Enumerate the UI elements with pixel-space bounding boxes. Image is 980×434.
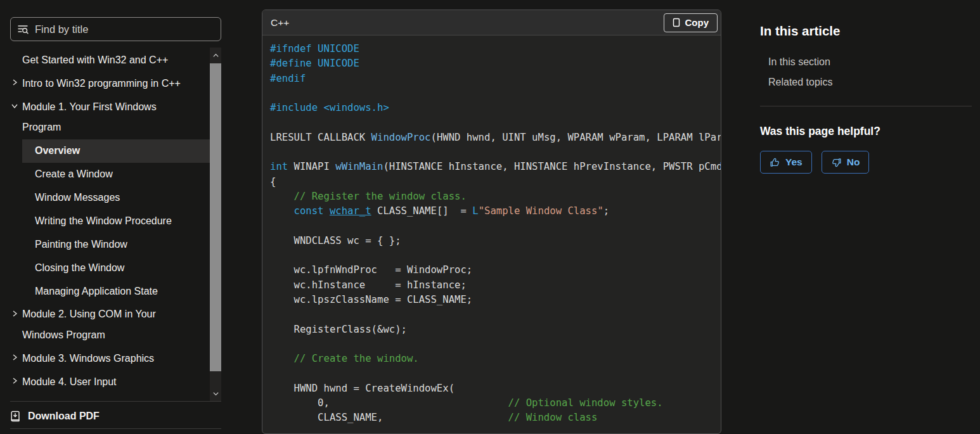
code-line xyxy=(270,86,721,101)
sidebar-item-label: Closing the Window xyxy=(35,262,124,273)
feedback-yes-button[interactable]: Yes xyxy=(760,151,812,174)
code-line: CLASS_NAME, // Window class xyxy=(270,411,721,425)
toc-search-input[interactable] xyxy=(35,23,214,35)
sidebar-item-label: Module 1. Your First Windows Program xyxy=(22,101,157,133)
feedback-no-label: No xyxy=(847,156,860,168)
code-line: WNDCLASS wc = { }; xyxy=(270,234,721,248)
sidebar-item-label: Painting the Window xyxy=(35,239,127,250)
sidebar-item-label: Overview xyxy=(35,145,80,156)
thumbs-down-icon xyxy=(831,157,842,168)
article-link-related-topics[interactable]: Related topics xyxy=(768,72,972,93)
code-line: LRESULT CALLBACK WindowProc(HWND hwnd, U… xyxy=(270,131,721,145)
article-links: In this section Related topics xyxy=(768,52,972,93)
article-link-in-this-section[interactable]: In this section xyxy=(768,52,972,72)
sidebar-divider-top xyxy=(10,401,221,402)
scrollbar-down-icon[interactable] xyxy=(210,387,221,400)
sidebar-item-module-3-windows-graphics[interactable]: Module 3. Windows Graphics xyxy=(0,347,210,371)
code-line: wc.lpfnWndProc = WindowProc; xyxy=(270,263,721,278)
copy-button[interactable]: Copy xyxy=(664,13,718,32)
toc-nav: Get Started with Win32 and C++Intro to W… xyxy=(0,49,210,401)
code-line: 0, // Optional window styles. xyxy=(270,396,721,411)
sidebar-item-module-4-user-input[interactable]: Module 4. User Input xyxy=(0,371,210,394)
thumbs-up-icon xyxy=(770,157,780,168)
chevron-right-icon xyxy=(11,377,18,385)
feedback-buttons: Yes No xyxy=(760,151,972,174)
sidebar-item-label: Get Started with Win32 and C++ xyxy=(22,54,168,65)
sidebar-item-get-started-with-win32-and-c[interactable]: Get Started with Win32 and C++ xyxy=(0,49,210,72)
right-rail-divider xyxy=(760,106,972,106)
code-line: const wchar_t CLASS_NAME[] = L"Sample Wi… xyxy=(270,204,721,219)
code-line xyxy=(270,248,721,263)
sidebar-item-label: Create a Window xyxy=(35,169,113,179)
toc-sidebar: Get Started with Win32 and C++Intro to W… xyxy=(0,0,232,434)
code-line xyxy=(270,145,721,160)
chevron-down-icon xyxy=(11,102,18,110)
feedback-question: Was this page helpful? xyxy=(760,125,972,138)
chevron-right-icon xyxy=(11,79,18,86)
sidebar-item-label: Managing Application State xyxy=(35,286,158,297)
sidebar-scrollbar[interactable] xyxy=(210,48,221,401)
chevron-right-icon xyxy=(11,354,18,361)
sidebar-item-label: Window Messages xyxy=(35,192,120,203)
code-line xyxy=(270,219,721,234)
sidebar-item-painting-the-window[interactable]: Painting the Window xyxy=(22,233,210,257)
sidebar-item-overview[interactable]: Overview xyxy=(22,139,210,163)
code-block: C++ Copy #ifndef UNICODE#define UNICODE#… xyxy=(262,10,721,434)
download-pdf-button[interactable]: Download PDF xyxy=(10,405,100,428)
feedback-yes-label: Yes xyxy=(785,156,803,168)
in-this-article-rail: In this article In this section Related … xyxy=(760,0,972,174)
pdf-book-icon xyxy=(10,411,21,422)
code-line: HWND hwnd = CreateWindowEx( xyxy=(270,381,721,396)
sidebar-item-label: Module 3. Windows Graphics xyxy=(22,353,154,364)
toc-search-box[interactable] xyxy=(10,17,221,41)
code-language-label: C++ xyxy=(271,17,289,29)
code-line: wc.lpszClassName = CLASS_NAME; xyxy=(270,293,721,307)
code-block-header: C++ Copy xyxy=(262,10,721,35)
code-line: // Create the window. xyxy=(270,352,721,366)
sidebar-item-create-a-window[interactable]: Create a Window xyxy=(22,163,210,186)
code-content[interactable]: #ifndef UNICODE#define UNICODE#endif#inc… xyxy=(262,35,721,426)
chevron-right-icon xyxy=(11,310,18,317)
code-line: #endif xyxy=(270,72,721,86)
sidebar-item-window-messages[interactable]: Window Messages xyxy=(22,186,210,210)
in-this-article-title: In this article xyxy=(760,23,972,39)
sidebar-divider-bottom xyxy=(10,428,221,429)
copy-button-label: Copy xyxy=(685,17,709,28)
code-line xyxy=(270,337,721,352)
sidebar-item-label: Module 2. Using COM in Your Windows Prog… xyxy=(22,309,156,340)
code-line: { xyxy=(270,175,721,189)
code-line: #define UNICODE xyxy=(270,56,721,71)
code-line xyxy=(270,115,721,130)
feedback-no-button[interactable]: No xyxy=(822,151,870,174)
code-line: RegisterClass(&wc); xyxy=(270,322,721,337)
code-line xyxy=(270,367,721,381)
sidebar-item-label: Intro to Win32 programming in C++ xyxy=(22,78,181,89)
code-line xyxy=(270,307,721,322)
code-line: // Register the window class. xyxy=(270,189,721,204)
sidebar-item-module-2-using-com-in-your-windows-program[interactable]: Module 2. Using COM in Your Windows Prog… xyxy=(0,303,210,347)
code-line: #include <windows.h> xyxy=(270,101,721,115)
sidebar-item-closing-the-window[interactable]: Closing the Window xyxy=(22,257,210,280)
filter-search-icon xyxy=(17,23,29,35)
sidebar-item-intro-to-win32-programming-in-c[interactable]: Intro to Win32 programming in C++ xyxy=(0,72,210,96)
sidebar-item-writing-the-window-procedure[interactable]: Writing the Window Procedure xyxy=(22,210,210,233)
scrollbar-up-icon[interactable] xyxy=(210,49,221,61)
sidebar-scrollbar-thumb[interactable] xyxy=(210,63,221,371)
code-line: #ifndef UNICODE xyxy=(270,42,721,56)
sidebar-item-managing-application-state[interactable]: Managing Application State xyxy=(22,279,210,303)
code-line: wc.hInstance = hInstance; xyxy=(270,278,721,293)
sidebar-item-label: Writing the Window Procedure xyxy=(35,215,172,226)
sidebar-item-label: Module 4. User Input xyxy=(22,376,117,387)
download-pdf-label: Download PDF xyxy=(28,411,100,422)
sidebar-item-module-1-your-first-windows-program[interactable]: Module 1. Your First Windows Program xyxy=(0,96,210,139)
code-line: int WINAPI wWinMain(HINSTANCE hInstance,… xyxy=(270,160,721,174)
copy-icon xyxy=(673,18,680,27)
